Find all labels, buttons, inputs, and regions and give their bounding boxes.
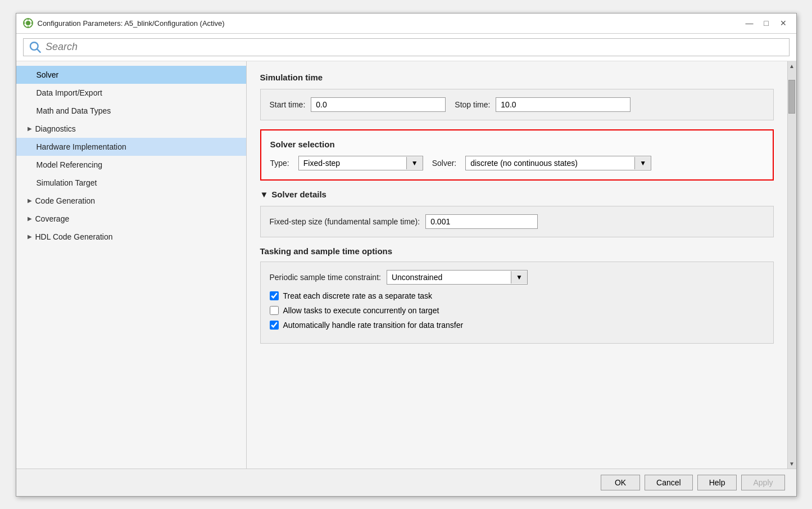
periodic-label: Periodic sample time constraint: (270, 273, 381, 282)
sidebar-item-simulation-target[interactable]: Simulation Target (16, 174, 246, 192)
periodic-dropdown-arrow[interactable]: ▼ (511, 271, 527, 283)
title-bar: Configuration Parameters: A5_blink/Confi… (16, 13, 796, 34)
scroll-up-icon[interactable]: ▲ (787, 61, 796, 71)
tasking-inner: Periodic sample time constraint: ▼ Treat… (260, 262, 774, 344)
checkbox-auto-rate-label: Automatically handle rate transition for… (283, 321, 464, 330)
scrollbar: ▲ ▼ (787, 61, 796, 469)
solver-selection-title: Solver selection (270, 139, 764, 149)
checkbox-treat-discrete[interactable] (270, 291, 279, 300)
title-bar-left: Configuration Parameters: A5_blink/Confi… (23, 18, 225, 28)
fixed-step-row: Fixed-step size (fundamental sample time… (270, 214, 764, 229)
sim-time-title: Simulation time (260, 73, 774, 82)
app-icon (23, 18, 33, 28)
solver-label: Solver: (432, 159, 457, 168)
start-time-label: Start time: (270, 100, 306, 109)
checkbox-treat-discrete-label: Treat each discrete rate as a separate t… (283, 291, 433, 300)
start-time-input[interactable] (311, 97, 446, 112)
solver-details-section: ▼ Solver details Fixed-step size (fundam… (260, 190, 774, 237)
sidebar-item-diagnostics-label: Diagnostics (35, 124, 76, 133)
search-icon (29, 41, 42, 53)
checkbox-row-auto-rate: Automatically handle rate transition for… (270, 321, 764, 330)
search-bar (16, 34, 796, 61)
sidebar-item-hdl-code-generation-label: HDL Code Generation (35, 232, 113, 241)
sidebar-item-coverage[interactable]: ▶ Coverage (16, 210, 246, 228)
solver-type-row: Type: ▼ Solver: ▼ (270, 156, 764, 170)
sidebar-item-math-data-types-label: Math and Data Types (37, 106, 111, 115)
stop-time-label: Stop time: (455, 100, 490, 109)
sidebar: Solver Data Import/Export Math and Data … (16, 61, 247, 469)
type-dropdown-input[interactable] (299, 156, 406, 170)
sidebar-item-solver-label: Solver (37, 70, 59, 79)
solver-selection-box: Solver selection Type: ▼ Solver: ▼ (260, 129, 774, 181)
checkbox-allow-tasks-label: Allow tasks to execute concurrently on t… (283, 306, 439, 315)
periodic-row: Periodic sample time constraint: ▼ (270, 270, 764, 285)
search-wrapper (23, 38, 790, 56)
main-content: Solver Data Import/Export Math and Data … (16, 61, 796, 469)
coverage-arrow-icon: ▶ (28, 215, 32, 222)
checkbox-row-treat-discrete: Treat each discrete rate as a separate t… (270, 291, 764, 300)
sidebar-item-model-referencing-label: Model Referencing (37, 160, 103, 169)
fixed-step-input[interactable] (425, 214, 538, 229)
periodic-dropdown[interactable]: ▼ (387, 270, 528, 285)
solver-dropdown-arrow[interactable]: ▼ (634, 157, 651, 169)
search-input[interactable] (46, 41, 783, 53)
sidebar-item-hdl-code-generation[interactable]: ▶ HDL Code Generation (16, 228, 246, 246)
checkbox-row-allow-tasks: Allow tasks to execute concurrently on t… (270, 306, 764, 315)
hdl-code-generation-arrow-icon: ▶ (28, 233, 32, 240)
type-label: Type: (270, 159, 289, 168)
periodic-dropdown-input[interactable] (387, 271, 511, 284)
window-title: Configuration Parameters: A5_blink/Confi… (38, 19, 225, 28)
type-dropdown[interactable]: ▼ (298, 156, 423, 170)
apply-button[interactable]: Apply (741, 475, 784, 490)
scrollbar-thumb[interactable] (788, 80, 795, 114)
sidebar-item-math-data-types[interactable]: Math and Data Types (16, 102, 246, 120)
diagnostics-arrow-icon: ▶ (28, 125, 32, 132)
stop-time-input[interactable] (496, 97, 630, 112)
type-dropdown-arrow[interactable]: ▼ (406, 157, 423, 169)
sidebar-item-hardware-implementation-label: Hardware Implementation (37, 142, 126, 151)
stop-time-row: Stop time: (455, 97, 630, 112)
scroll-down-icon[interactable]: ▼ (787, 459, 796, 469)
solver-dropdown-input[interactable] (466, 156, 634, 170)
checkbox-allow-tasks[interactable] (270, 306, 279, 315)
sim-time-box: Start time: Stop time: (260, 89, 774, 120)
sidebar-item-data-import-export[interactable]: Data Import/Export (16, 84, 246, 102)
checkbox-auto-rate[interactable] (270, 321, 279, 330)
solver-details-inner: Fixed-step size (fundamental sample time… (260, 206, 774, 237)
start-time-row: Start time: (270, 97, 446, 112)
title-controls: — □ ✕ (743, 17, 790, 29)
solver-details-title: Solver details (271, 190, 326, 199)
footer-bar: OK Cancel Help Apply (16, 469, 796, 496)
sidebar-item-code-generation-label: Code Generation (35, 196, 96, 205)
solver-dropdown[interactable]: ▼ (465, 156, 651, 170)
svg-line-7 (37, 49, 40, 52)
fixed-step-label: Fixed-step size (fundamental sample time… (270, 217, 420, 226)
sidebar-item-simulation-target-label: Simulation Target (37, 178, 97, 187)
solver-details-header[interactable]: ▼ Solver details (260, 190, 774, 199)
sidebar-item-diagnostics[interactable]: ▶ Diagnostics (16, 120, 246, 138)
help-button[interactable]: Help (697, 475, 737, 490)
sidebar-item-data-import-export-label: Data Import/Export (37, 88, 103, 97)
tasking-title: Tasking and sample time options (260, 246, 774, 256)
minimize-button[interactable]: — (743, 17, 756, 29)
sidebar-item-coverage-label: Coverage (35, 214, 70, 223)
maximize-button[interactable]: □ (760, 17, 773, 29)
close-button[interactable]: ✕ (777, 17, 790, 29)
solver-details-arrow-icon: ▼ (260, 190, 269, 199)
main-window: Configuration Parameters: A5_blink/Confi… (16, 13, 797, 497)
sidebar-item-solver[interactable]: Solver (16, 66, 246, 84)
content-area: Simulation time Start time: Stop time: S… (247, 61, 787, 469)
svg-point-1 (26, 21, 30, 25)
sidebar-item-hardware-implementation[interactable]: Hardware Implementation (16, 138, 246, 156)
sidebar-item-code-generation[interactable]: ▶ Code Generation (16, 192, 246, 210)
cancel-button[interactable]: Cancel (645, 475, 693, 490)
ok-button[interactable]: OK (601, 475, 640, 490)
sidebar-item-model-referencing[interactable]: Model Referencing (16, 156, 246, 174)
code-generation-arrow-icon: ▶ (28, 197, 32, 204)
